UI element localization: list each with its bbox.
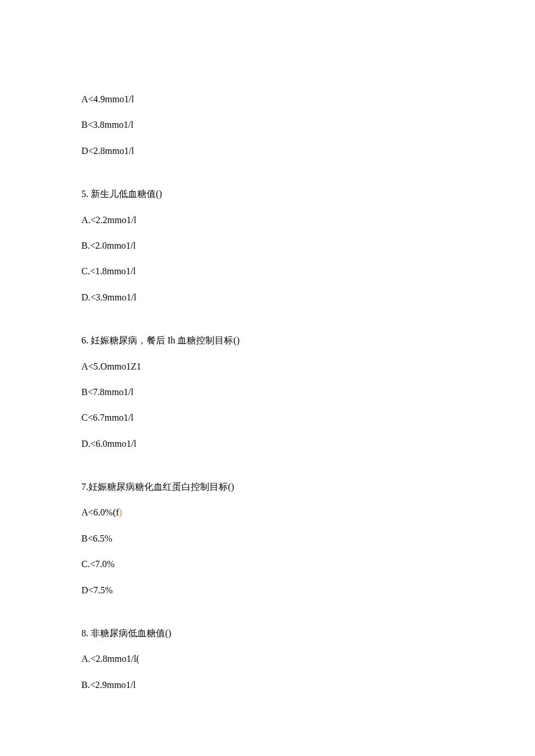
spacer [81,610,454,627]
option-text: A<5.Ommo1Z1 [81,360,454,373]
question-text: 新生儿低血糖值() [91,189,162,199]
option-text: C<6.7mmo1/l [81,411,454,424]
option-text: B<7.8mmo1/l [81,386,454,399]
option-text: D<7.5% [81,584,454,597]
option-text: B.<2.9mmo1/l [81,679,454,691]
option-text: D.<6.0mmo1/l [81,438,454,450]
option-text: B.<2.0mmo1/l [81,239,454,252]
spacer [81,317,454,334]
question-text: 妊娠糖尿病，餐后 Ih 血糖控制目标() [91,335,240,345]
option-text: A<6.0%(f) [81,506,454,519]
question-text: 非糖尿病低血糖值() [91,628,172,638]
question-separator: . [86,628,91,638]
spacer [81,463,454,481]
question-line: 7.妊娠糖尿病糖化血红蛋白控制目标() [81,481,454,493]
option-text-highlight: ) [119,507,122,517]
question-separator: . [86,335,91,345]
question-number: 8 [81,628,86,638]
option-text: A.<2.8mmo1/l( [81,653,454,665]
option-text: B<3.8mmo1/l [81,119,454,131]
question-number: 6 [81,335,86,345]
question-number: 7 [81,482,86,492]
option-text: A.<2.2mmo1/l [81,214,454,227]
question-line: 6. 妊娠糖尿病，餐后 Ih 血糖控制目标() [81,334,454,347]
spacer [81,170,454,188]
option-text: C.<7.0% [81,558,454,571]
option-text: D.<3.9mmo1/l [81,291,454,304]
question-number: 5 [81,189,86,199]
option-text: A<4.9mmo1/l [81,93,454,106]
question-separator: . [86,189,91,199]
question-line: 8. 非糖尿病低血糖值() [81,627,454,640]
question-line: 5. 新生儿低血糖值() [81,188,454,200]
option-text-part: A<6.0%(f [81,507,119,517]
option-text: C.<1.8mmo1/l [81,265,454,278]
option-text: B<6.5% [81,532,454,545]
question-text: 妊娠糖尿病糖化血红蛋白控制目标() [88,482,234,492]
option-text: D<2.8mmo1/l [81,145,454,157]
document-page: A<4.9mmo1/l B<3.8mmo1/l D<2.8mmo1/l 5. 新… [0,0,535,691]
